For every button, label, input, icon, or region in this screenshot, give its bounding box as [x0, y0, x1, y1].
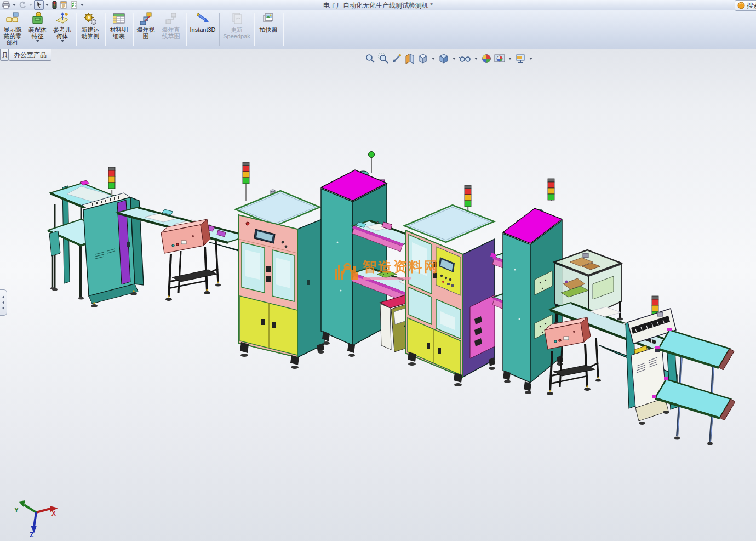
view-settings-dropdown[interactable] — [529, 58, 532, 60]
reference-geometry-icon — [55, 12, 70, 26]
select-dropdown[interactable] — [45, 4, 49, 6]
appearance-ball-icon — [481, 53, 492, 64]
tab-office-products[interactable]: 办公室产品 — [9, 49, 51, 61]
model-control-box-2[interactable] — [545, 317, 601, 395]
zoom-fit-icon — [365, 53, 376, 64]
tab-label: 具 — [2, 50, 8, 60]
display-style-button[interactable] — [438, 53, 449, 64]
previous-view-button[interactable] — [391, 53, 402, 64]
apply-scene-icon — [494, 53, 505, 64]
bill-of-materials-button[interactable]: 材料明 细表 — [106, 10, 131, 49]
section-view-icon — [404, 53, 415, 64]
button-label: 爆炸直 线草图 — [162, 26, 180, 39]
assembly-features-icon — [31, 12, 45, 26]
button-label: 更新 Speedpak — [223, 26, 250, 39]
print-dropdown[interactable] — [13, 4, 16, 6]
print-button[interactable] — [1, 1, 11, 9]
window-title: 电子厂自动化无化生产线测试检测机 * — [0, 1, 756, 10]
button-label: 装配体 特征 — [28, 26, 47, 39]
exploded-view-icon — [139, 12, 153, 26]
button-label: 显示隐 藏的零 部件 — [4, 26, 22, 46]
instant3d-icon — [196, 12, 210, 26]
exploded-view-button[interactable]: 爆炸视 图 — [134, 10, 157, 49]
section-view-button[interactable] — [404, 53, 415, 64]
ribbon-separator — [254, 13, 254, 46]
button-label: 材料明 细表 — [110, 26, 128, 39]
hide-show-dropdown[interactable] — [474, 58, 478, 60]
assembly-features-button[interactable]: 装配体 特征 — [25, 10, 50, 49]
search-box[interactable]: 搜索 — [735, 0, 756, 11]
button-label: Instant3D — [190, 26, 215, 33]
tab-partial[interactable]: 具 — [0, 49, 9, 61]
commandmanager-tabs: 具 办公室产品 — [0, 49, 51, 61]
dropdown-arrow[interactable] — [61, 40, 64, 42]
triad-x-label: X — [51, 510, 56, 517]
edit-appearance-button[interactable] — [481, 53, 492, 64]
update-speedpak-button: 更新 Speedpak — [221, 10, 253, 49]
show-hidden-icon — [5, 12, 20, 26]
show-hidden-components-button[interactable]: 显示隐 藏的零 部件 — [0, 10, 25, 49]
search-label: 搜索 — [747, 1, 756, 10]
update-speedpak-icon — [230, 12, 244, 26]
new-motion-study-button[interactable]: 新建运 动算例 — [77, 10, 104, 49]
traffic-light-icon — [51, 1, 58, 9]
select-arrow-icon — [35, 1, 43, 9]
ribbon-separator — [76, 13, 76, 46]
take-snapshot-button[interactable]: 拍快照 — [255, 10, 282, 49]
apply-scene-button[interactable] — [494, 53, 505, 64]
button-label: 参考几 何体 — [53, 26, 71, 39]
model-buffer-tower-1[interactable] — [321, 152, 389, 357]
heads-up-toolbar — [365, 53, 534, 64]
explode-line-sketch-icon — [164, 12, 178, 26]
printer-icon — [2, 1, 10, 9]
tab-label: 办公室产品 — [14, 50, 47, 60]
zoom-to-area-button[interactable] — [378, 53, 389, 64]
model-test-machine-2[interactable] — [404, 185, 495, 386]
ribbon-separator — [283, 13, 283, 46]
undo-dropdown — [29, 4, 32, 6]
view-orientation-dropdown[interactable] — [432, 58, 435, 60]
graphics-area[interactable]: 智造资料网 X Y Z — [0, 49, 756, 541]
eyeglasses-icon — [459, 53, 471, 64]
view-orientation-button[interactable] — [417, 53, 428, 64]
properties-icon — [59, 1, 68, 9]
undo-icon — [18, 1, 27, 9]
triad-z-label: Z — [30, 531, 33, 538]
button-label: 爆炸视 图 — [137, 26, 155, 39]
instant3d-button[interactable]: Instant3D — [187, 10, 218, 49]
quick-access-toolbar — [1, 0, 85, 10]
hide-show-items-button[interactable] — [459, 53, 471, 64]
checker-dropdown[interactable] — [81, 4, 84, 6]
model-test-machine-1[interactable] — [236, 162, 324, 369]
bom-table-icon — [112, 12, 126, 26]
explode-line-sketch-button: 爆炸直 线草图 — [157, 10, 185, 49]
view-settings-icon — [515, 53, 526, 64]
assembly-model[interactable] — [0, 49, 756, 541]
file-properties-button[interactable] — [59, 1, 68, 9]
search-sphere-icon — [737, 2, 745, 9]
zoom-to-fit-button[interactable] — [365, 53, 376, 64]
triad-y-label: Y — [14, 506, 19, 514]
checklist-icon — [70, 1, 78, 9]
zoom-area-icon — [378, 53, 389, 64]
ribbon-separator — [133, 13, 133, 46]
display-style-dropdown[interactable] — [453, 58, 456, 60]
design-checker-button[interactable] — [69, 1, 79, 9]
display-style-icon — [438, 53, 449, 64]
button-label: 新建运 动算例 — [82, 26, 100, 39]
select-tool-button[interactable] — [34, 0, 44, 10]
model-output-trays[interactable] — [652, 328, 735, 445]
rebuild-button[interactable] — [50, 1, 58, 9]
model-unloader-machine[interactable] — [626, 296, 678, 425]
motion-study-icon — [83, 12, 98, 26]
ribbon-separator — [219, 13, 220, 46]
ribbon-separator — [186, 13, 186, 46]
view-settings-button[interactable] — [515, 53, 526, 64]
command-manager: 显示隐 藏的零 部件 装配体 特征 参考几 何体 新建运 动算例 材料明 细表 … — [0, 10, 756, 49]
undo-button[interactable] — [18, 1, 27, 9]
dropdown-arrow[interactable] — [36, 40, 39, 42]
reference-geometry-button[interactable]: 参考几 何体 — [50, 10, 75, 49]
apply-scene-dropdown[interactable] — [508, 58, 512, 60]
snapshot-icon — [261, 12, 276, 26]
view-orientation-icon — [417, 53, 428, 64]
